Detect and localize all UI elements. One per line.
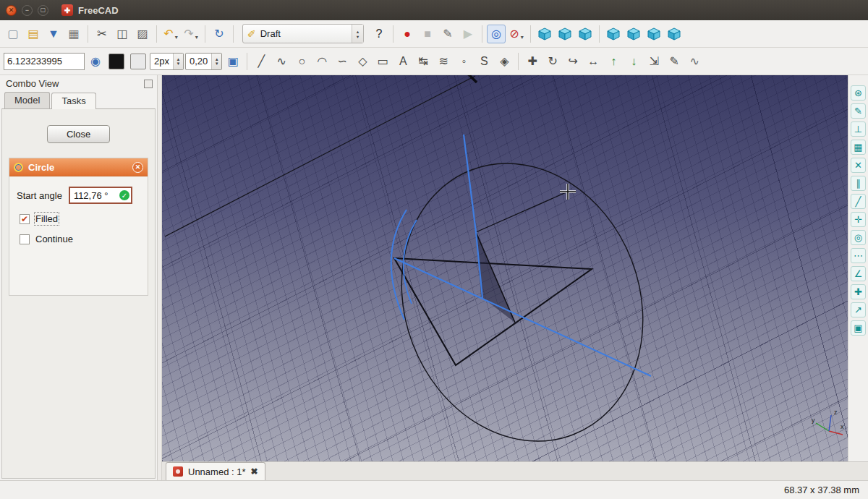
snap-center-icon[interactable]: ◎ xyxy=(851,230,866,245)
fit-all-icon[interactable]: ◎ xyxy=(487,25,506,43)
snap-dimensions-icon[interactable]: ⋯ xyxy=(851,248,866,263)
document-icon xyxy=(173,466,183,477)
workbench-spinner-arrows[interactable] xyxy=(352,25,363,43)
draft-arc-icon[interactable]: ◠ xyxy=(312,52,331,71)
draft-tools-group: ◉2px0,20▣╱∿○◠∽◇▭A↹≋◦S◈✚↻↪↔↑↓⇲✎∿ xyxy=(86,52,704,71)
view-bottom-icon[interactable] xyxy=(644,25,663,43)
document-tabstrip: Unnamed : 1* xyxy=(162,461,868,480)
line-color-swatch-icon[interactable] xyxy=(106,52,127,71)
copy-icon[interactable]: ◫ xyxy=(113,25,132,43)
view-rear-icon[interactable] xyxy=(624,25,643,43)
draft-wire-to-bspline-icon[interactable]: ∿ xyxy=(685,52,704,71)
whats-this-icon[interactable]: ? xyxy=(370,25,388,43)
document-tab-close-icon[interactable] xyxy=(251,466,258,477)
draw-style-icon[interactable]: ⊘▾ xyxy=(507,25,526,43)
save-document-icon[interactable]: ▼ xyxy=(44,25,63,43)
workbench-selected-value: Draft xyxy=(260,28,352,39)
snap-endpoint-icon[interactable]: ✎ xyxy=(851,103,866,119)
filled-checkbox[interactable] xyxy=(20,214,30,224)
blue-arc-1 xyxy=(391,210,407,320)
snap-ortho-icon[interactable]: ↗ xyxy=(851,302,866,317)
statusbar: 68.37 x 37.38 mm xyxy=(0,480,868,499)
draft-text-icon[interactable]: A xyxy=(393,52,412,71)
blue-diagonal-line xyxy=(394,258,651,376)
dimensions-readout: 68.37 x 37.38 mm xyxy=(784,485,859,495)
new-document-icon[interactable]: ▢ xyxy=(4,25,22,43)
toolbar-separator xyxy=(393,25,393,43)
minimize-window-button[interactable] xyxy=(22,5,33,16)
draft-dimension-icon[interactable]: ↹ xyxy=(414,52,433,71)
draft-trimex-icon[interactable]: ↔ xyxy=(584,52,603,71)
draft-scale-icon[interactable]: ⇲ xyxy=(644,52,663,71)
maximize-window-button[interactable] xyxy=(38,5,48,16)
print-icon[interactable]: ▦ xyxy=(64,25,83,43)
draft-bspline-icon[interactable]: ≋ xyxy=(434,52,453,71)
continue-checkbox[interactable] xyxy=(20,234,30,244)
snap-grid-icon[interactable]: ▦ xyxy=(851,140,866,155)
axis-y-label: y xyxy=(812,417,815,424)
view-right-icon[interactable] xyxy=(604,25,623,43)
refresh-icon[interactable]: ↻ xyxy=(210,25,229,43)
view-axonometric-icon[interactable] xyxy=(535,25,554,43)
valid-check-icon xyxy=(119,190,129,200)
face-color-swatch-icon[interactable] xyxy=(128,52,148,71)
snap-midpoint-icon[interactable]: ✛ xyxy=(851,212,866,227)
tab-model[interactable]: Model xyxy=(4,92,50,108)
macro-edit-icon[interactable]: ✎ xyxy=(438,25,457,43)
draft-polygon-icon[interactable]: ◇ xyxy=(353,52,372,71)
macro-execute-icon[interactable]: ▶ xyxy=(459,25,477,43)
snap-intersection-icon[interactable]: ✕ xyxy=(851,158,866,173)
draft-move-icon[interactable]: ✚ xyxy=(523,52,542,71)
snap-working-plane-icon[interactable]: ▣ xyxy=(851,320,866,336)
draft-wire-icon[interactable]: ∿ xyxy=(272,52,291,71)
line-width-spinner[interactable]: 2px xyxy=(150,53,184,70)
close-task-button[interactable]: Close xyxy=(47,125,110,143)
paste-icon[interactable]: ▨ xyxy=(133,25,152,43)
snap-parallel-icon[interactable]: ∥ xyxy=(851,176,866,191)
text-scale-spinner-arrows[interactable] xyxy=(211,54,221,69)
draft-bezier-icon[interactable]: ∽ xyxy=(333,52,352,71)
circle-task-header: Circle xyxy=(9,158,148,176)
snap-extension-icon[interactable]: ╱ xyxy=(851,194,866,209)
snap-perpendicular-icon[interactable]: ⊥ xyxy=(851,121,866,137)
3d-viewport[interactable]: x y z xyxy=(162,75,848,461)
snap-near-icon[interactable]: ✚ xyxy=(851,284,866,299)
snap-lock-icon[interactable]: ⊛ xyxy=(851,85,866,101)
draft-point-icon[interactable]: ◦ xyxy=(454,52,473,71)
freecad-window: FreeCAD ▢▤▼▦✂◫▨↶▾↷▾↻ ✐ Draft ?●■✎▶◎⊘▾ ◉2… xyxy=(0,0,868,499)
coordinate-input[interactable] xyxy=(4,53,85,70)
view-left-icon[interactable] xyxy=(665,25,684,43)
draft-rectangle-icon[interactable]: ▭ xyxy=(373,52,392,71)
tab-tasks[interactable]: Tasks xyxy=(51,93,95,109)
panel-float-icon[interactable] xyxy=(144,80,153,88)
toolbar-separator xyxy=(156,25,157,43)
document-tab[interactable]: Unnamed : 1* xyxy=(166,462,265,480)
task-close-icon[interactable] xyxy=(132,162,143,173)
apply-style-icon[interactable]: ▣ xyxy=(224,52,242,71)
draft-rotate-icon[interactable]: ↻ xyxy=(543,52,562,71)
view-front-icon[interactable] xyxy=(556,25,574,43)
line-width-spinner-arrows[interactable] xyxy=(173,54,183,69)
close-window-button[interactable] xyxy=(6,5,17,16)
undo-icon[interactable]: ↶▾ xyxy=(161,25,180,43)
macro-record-icon[interactable]: ● xyxy=(398,25,417,43)
view-top-icon[interactable] xyxy=(576,25,595,43)
macro-stop-icon[interactable]: ■ xyxy=(418,25,437,43)
workbench-selector[interactable]: ✐ Draft xyxy=(242,24,364,43)
snap-angle-icon[interactable]: ∠ xyxy=(851,266,866,281)
draft-toolbar: ◉2px0,20▣╱∿○◠∽◇▭A↹≋◦S◈✚↻↪↔↑↓⇲✎∿ xyxy=(0,48,868,75)
draft-edit-icon[interactable]: ✎ xyxy=(665,52,684,71)
draft-downgrade-icon[interactable]: ↓ xyxy=(624,52,643,71)
redo-icon[interactable]: ↷▾ xyxy=(182,25,200,43)
text-scale-spinner[interactable]: 0,20 xyxy=(185,53,222,70)
draft-circle-icon[interactable]: ○ xyxy=(292,52,311,71)
draft-line-icon[interactable]: ╱ xyxy=(252,52,271,71)
draft-facebinder-icon[interactable]: ◈ xyxy=(495,52,514,71)
draft-upgrade-icon[interactable]: ↑ xyxy=(604,52,623,71)
open-document-icon[interactable]: ▤ xyxy=(24,25,43,43)
draft-shapestring-icon[interactable]: S xyxy=(475,52,493,71)
draft-offset-icon[interactable]: ↪ xyxy=(563,52,582,71)
toolbar-separator xyxy=(205,25,205,43)
global-coordinates-toggle-icon[interactable]: ◉ xyxy=(86,52,105,71)
cut-icon[interactable]: ✂ xyxy=(93,25,111,43)
